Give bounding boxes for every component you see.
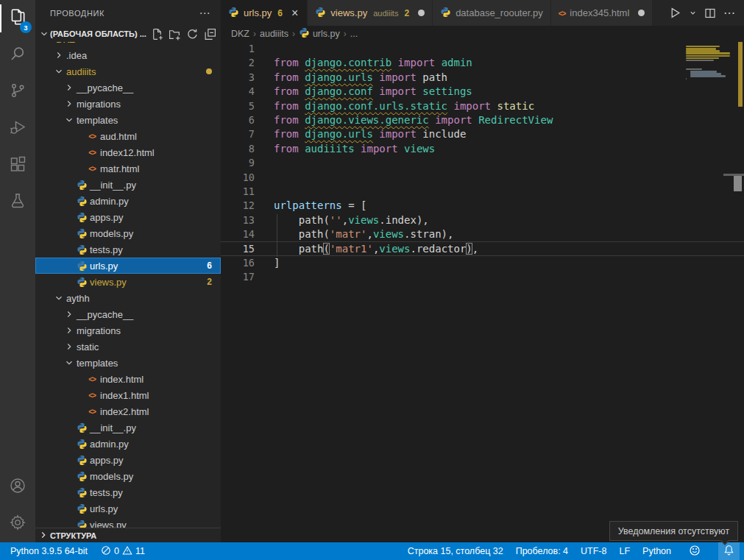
tree-item-templates[interactable]: templates — [35, 355, 221, 371]
more-actions-icon[interactable]: ⋯ — [721, 4, 738, 22]
workspace-section-header[interactable]: (РАБОЧАЯ ОБЛАСТЬ) ... — [35, 26, 221, 42]
status-encoding[interactable]: UTF-8 — [581, 546, 606, 556]
tree-item-admin-py[interactable]: admin.py — [35, 436, 221, 452]
code-line-11[interactable]: 11 — [221, 185, 744, 199]
python-file-icon — [75, 503, 88, 514]
code-line-8[interactable]: 8from audiiits import views — [221, 142, 744, 156]
tree-item-models-py[interactable]: models.py — [35, 468, 221, 484]
code-line-6[interactable]: 6from django.views.generic import Redire… — [221, 113, 744, 127]
code-line-7[interactable]: 7from django.urls import include — [221, 127, 744, 141]
tree-item-index-html[interactable]: <>index.html — [35, 371, 221, 387]
run-dropdown-icon[interactable] — [687, 4, 699, 22]
status-problems[interactable]: 011 — [101, 545, 145, 558]
tree-item-label: index.html — [99, 374, 144, 385]
tab-problems-badge: 2 — [404, 8, 409, 18]
code-line-2[interactable]: 2from django.contrib import admin — [221, 56, 744, 70]
breadcrumb-item-urls-py[interactable]: urls.py — [299, 27, 340, 40]
code-line-12[interactable]: 12urlpatterns = [ — [221, 199, 744, 213]
tree-item-label: apps.py — [88, 212, 124, 223]
code-line-10[interactable]: 10 — [221, 171, 744, 185]
tree-item-apps-py[interactable]: apps.py — [35, 452, 221, 468]
tree-item-admin-py[interactable]: admin.py — [35, 193, 221, 209]
tree-item-urls-py[interactable]: urls.py — [35, 500, 221, 517]
status-cursor-position[interactable]: Строка 15, столбец 32 — [408, 546, 503, 556]
tab-urls-py[interactable]: urls.py6× — [221, 0, 308, 26]
tab-views-py[interactable]: views.pyaudiiits2 — [308, 0, 433, 26]
gear-icon — [9, 514, 26, 534]
activity-item-settings[interactable] — [0, 506, 35, 542]
tree-item-init-py[interactable]: __init__.py — [35, 419, 221, 436]
line-content: from django.contrib import admin — [255, 56, 472, 70]
tree-item-templates[interactable]: templates — [35, 112, 221, 128]
run-icon[interactable] — [667, 4, 684, 22]
tree-item-init-py[interactable]: __init__.py — [35, 177, 221, 193]
code-line-4[interactable]: 4from django.conf import settings — [221, 85, 744, 99]
code-line-3[interactable]: 3from django.urls import path — [221, 71, 744, 85]
tab-database-roouter-py[interactable]: database_roouter.py — [433, 0, 551, 26]
tree-item-static[interactable]: static — [35, 339, 221, 355]
activity-item-extensions[interactable] — [0, 147, 35, 184]
html-icon: <> — [559, 7, 566, 18]
activity-item-search[interactable] — [0, 37, 35, 74]
breadcrumb-item-dkz[interactable]: DKZ — [231, 29, 249, 39]
new-file-icon[interactable] — [150, 27, 163, 40]
code-line-17[interactable]: 17 — [221, 270, 744, 284]
tree-item-models-py[interactable]: models.py — [35, 225, 221, 241]
refresh-icon[interactable] — [185, 27, 199, 40]
tree-item-index1-html[interactable]: <>index1.html — [35, 387, 221, 403]
tree-item-matr-html[interactable]: <>matr.html — [35, 160, 221, 177]
tree-item-index2-html[interactable]: <>index2.html — [35, 403, 221, 419]
tree-item-idea[interactable]: .idea — [35, 47, 221, 63]
tree-item-pycache[interactable]: __pycache__ — [35, 306, 221, 322]
more-actions-icon[interactable]: ⋯ — [196, 7, 213, 20]
tree-item-tests-py[interactable]: tests.py — [35, 241, 221, 258]
breadcrumb-item--[interactable]: ... — [350, 29, 358, 39]
close-icon[interactable]: × — [287, 7, 300, 19]
tree-item-migrations[interactable]: migrations — [35, 96, 221, 112]
tree-item-pycache[interactable]: __pycache__ — [35, 79, 221, 96]
collapse-all-icon[interactable] — [203, 27, 216, 40]
tree-item-aythh[interactable]: aythh — [35, 290, 221, 306]
status-right: Строка 15, столбец 32Пробелов: 4UTF-8LFP… — [408, 542, 744, 560]
tree-item-migrations[interactable]: migrations — [35, 322, 221, 339]
line-content — [255, 185, 274, 199]
tab-index345-html[interactable]: <>index345.html — [551, 0, 653, 26]
tree-item-aud-html[interactable]: <>aud.html — [35, 128, 221, 144]
outline-section-header[interactable]: СТРУКТУРА — [35, 528, 221, 542]
tree-item-apps-py[interactable]: apps.py — [35, 209, 221, 225]
tree-item-urls-py[interactable]: urls.py6 — [35, 258, 221, 274]
breadcrumb-item-audiiits[interactable]: audiiits — [260, 29, 288, 39]
status-feedback[interactable] — [684, 542, 706, 560]
scrollbar-slider[interactable] — [734, 176, 742, 191]
activity-item-account[interactable] — [0, 469, 35, 506]
tree-item-tests-py[interactable]: tests.py — [35, 484, 221, 500]
tree-item-audiiits[interactable]: audiiits — [35, 63, 221, 79]
code-line-5[interactable]: 5from django.conf.urls.static import sta… — [221, 99, 744, 113]
status-notifications[interactable] — [718, 542, 740, 560]
status-python-interpreter[interactable]: Python 3.9.5 64-bit — [10, 546, 88, 556]
activity-item-testing[interactable] — [0, 184, 35, 221]
activity-item-explorer[interactable]: 3 — [0, 0, 35, 37]
status-eol[interactable]: LF — [619, 546, 630, 556]
tree-item-index12-html[interactable]: <>index12.html — [35, 144, 221, 160]
minimap[interactable] — [683, 43, 736, 132]
tree-item-label: index12.html — [99, 147, 155, 158]
activity-item-run-debug[interactable] — [0, 110, 35, 147]
line-content: path('',views.index), — [255, 213, 429, 227]
activity-item-source-control[interactable] — [0, 74, 35, 110]
split-editor-icon[interactable] — [702, 4, 718, 22]
tree-item-views-py[interactable]: views.py2 — [35, 274, 221, 290]
code-line-1[interactable]: 1 — [221, 42, 744, 56]
chevron-down-icon — [53, 66, 65, 77]
code-line-14[interactable]: 14 path('matr',views.stran), — [221, 227, 744, 241]
new-folder-icon[interactable] — [168, 27, 181, 40]
tree-item-label: __init__.py — [88, 180, 136, 191]
code-line-9[interactable]: 9 — [221, 156, 744, 170]
code-editor[interactable]: 12from django.contrib import admin3from … — [221, 42, 744, 542]
status-indentation[interactable]: Пробелов: 4 — [516, 546, 568, 556]
status-language-mode[interactable]: Python — [642, 546, 671, 556]
code-line-16[interactable]: 16] — [221, 256, 744, 270]
code-line-15[interactable]: 15 path('matr1',views.redactor), — [221, 241, 744, 255]
tree-item-views-py[interactable]: views.py — [35, 517, 221, 528]
code-line-13[interactable]: 13 path('',views.index), — [221, 213, 744, 227]
